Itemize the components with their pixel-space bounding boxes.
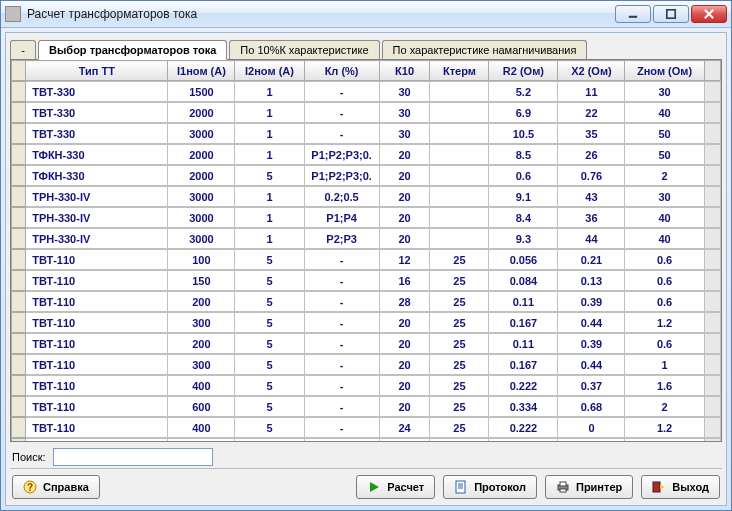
cell-i1[interactable]: 2000 [168, 145, 235, 165]
search-input[interactable] [53, 448, 213, 466]
cell-k10[interactable]: 20 [379, 397, 430, 417]
scroll-gutter[interactable] [704, 187, 720, 207]
cell-i1[interactable]: 400 [168, 418, 235, 438]
cell-kl[interactable]: - [304, 124, 379, 144]
cell-r2[interactable]: 5.2 [489, 82, 558, 102]
cell-r2[interactable]: 0.084 [489, 271, 558, 291]
close-button[interactable] [691, 5, 727, 23]
cell-kl[interactable]: Р1;Р4 [304, 208, 379, 228]
cell-x2[interactable]: 0.68 [558, 397, 625, 417]
cell-i2[interactable]: 5 [235, 439, 304, 442]
help-button[interactable]: ? Справка [12, 475, 100, 499]
cell-type[interactable]: ТВТ-110 [26, 376, 168, 396]
cell-i2[interactable]: 1 [235, 124, 304, 144]
col-i1[interactable]: I1ном (A) [168, 61, 235, 81]
cell-type[interactable]: ТВТ-330 [26, 103, 168, 123]
cell-i2[interactable]: 5 [235, 397, 304, 417]
row-marker[interactable] [12, 313, 26, 333]
cell-k10[interactable]: 28 [379, 292, 430, 312]
col-kl[interactable]: Кл (%) [304, 61, 379, 81]
cell-i1[interactable]: 600 [168, 397, 235, 417]
cell-r2[interactable]: 9.1 [489, 187, 558, 207]
printer-button[interactable]: Принтер [545, 475, 633, 499]
col-k10[interactable]: К10 [379, 61, 430, 81]
scroll-gutter[interactable] [704, 124, 720, 144]
cell-i1[interactable]: 3000 [168, 229, 235, 249]
cell-i1[interactable]: 150 [168, 271, 235, 291]
cell-type[interactable]: ТФКН-330 [26, 166, 168, 186]
cell-z[interactable]: 2 [625, 166, 704, 186]
row-marker[interactable] [12, 439, 26, 442]
cell-x2[interactable]: 0.44 [558, 313, 625, 333]
cell-kl[interactable]: - [304, 313, 379, 333]
cell-r2[interactable]: 0.056 [489, 250, 558, 270]
row-marker[interactable] [12, 124, 26, 144]
cell-type[interactable]: ТРН-330-IV [26, 229, 168, 249]
scroll-gutter[interactable] [704, 166, 720, 186]
cell-k10[interactable]: 20 [379, 313, 430, 333]
cell-x2[interactable]: 11 [558, 82, 625, 102]
table-row[interactable]: ТВТ-1104005-24250.22201.2 [11, 417, 721, 438]
cell-i1[interactable]: 2000 [168, 103, 235, 123]
cell-z[interactable]: 0.6 [625, 292, 704, 312]
cell-kterm[interactable] [430, 229, 489, 249]
cell-kl[interactable]: Р2;Р3 [304, 229, 379, 249]
cell-kl[interactable]: Р1;Р2;Р3;0. [304, 145, 379, 165]
calc-button[interactable]: Расчет [356, 475, 435, 499]
scroll-gutter[interactable] [704, 250, 720, 270]
cell-type[interactable]: ТВТ-110 [26, 250, 168, 270]
cell-i2[interactable]: 5 [235, 250, 304, 270]
cell-x2[interactable]: 43 [558, 187, 625, 207]
row-marker[interactable] [12, 355, 26, 375]
cell-type[interactable]: ТВТ-330 [26, 82, 168, 102]
scroll-gutter[interactable] [704, 82, 720, 102]
cell-type[interactable]: ТВТ-110 [26, 271, 168, 291]
cell-i2[interactable]: 5 [235, 292, 304, 312]
cell-kl[interactable]: - [304, 250, 379, 270]
cell-kterm[interactable]: 25 [430, 376, 489, 396]
row-marker[interactable] [12, 334, 26, 354]
cell-z[interactable]: 50 [625, 124, 704, 144]
scroll-gutter[interactable] [704, 334, 720, 354]
cell-i2[interactable]: 5 [235, 355, 304, 375]
cell-i2[interactable]: 5 [235, 418, 304, 438]
row-marker[interactable] [12, 250, 26, 270]
cell-kl[interactable]: 0.2;0.5 [304, 187, 379, 207]
table-row[interactable]: ТВТ-1104005-20250.2220.371.6 [11, 375, 721, 396]
cell-i1[interactable]: 1500 [168, 82, 235, 102]
cell-x2[interactable]: 0.39 [558, 334, 625, 354]
cell-z[interactable]: 40 [625, 229, 704, 249]
cell-kterm[interactable]: 25 [430, 334, 489, 354]
cell-i1[interactable]: 3000 [168, 208, 235, 228]
scroll-gutter[interactable] [704, 439, 720, 442]
cell-kterm[interactable] [430, 124, 489, 144]
row-marker[interactable] [12, 229, 26, 249]
table-row[interactable]: ТВТ-33020001-306.92240 [11, 102, 721, 123]
row-marker[interactable] [12, 397, 26, 417]
exit-button[interactable]: Выход [641, 475, 720, 499]
cell-z[interactable]: 30 [625, 187, 704, 207]
cell-r2[interactable]: 8.5 [489, 145, 558, 165]
cell-k10[interactable]: 20 [379, 376, 430, 396]
maximize-button[interactable] [653, 5, 689, 23]
cell-kl[interactable]: - [304, 334, 379, 354]
cell-i2[interactable]: 1 [235, 229, 304, 249]
cell-x2[interactable]: 36 [558, 208, 625, 228]
cell-type[interactable]: ТВТ-330 [26, 124, 168, 144]
cell-k10[interactable]: 12 [379, 250, 430, 270]
table-row[interactable]: ТВТ-33030001-3010.53550 [11, 123, 721, 144]
cell-x2[interactable]: 0.39 [558, 292, 625, 312]
cell-type[interactable]: ТВТ-110 [26, 292, 168, 312]
cell-type[interactable]: ТРН-330-IV [26, 187, 168, 207]
cell-kterm[interactable]: 25 [430, 418, 489, 438]
cell-k10[interactable]: 20 [379, 208, 430, 228]
row-marker[interactable] [12, 292, 26, 312]
cell-k10[interactable]: 30 [379, 124, 430, 144]
cell-k10[interactable]: 20 [379, 355, 430, 375]
cell-x2[interactable]: 0.37 [558, 376, 625, 396]
cell-z[interactable]: 0.6 [625, 250, 704, 270]
cell-i2[interactable]: 1 [235, 82, 304, 102]
scroll-gutter[interactable] [704, 271, 720, 291]
cell-r2[interactable]: 0.334 [489, 397, 558, 417]
table-row[interactable]: ТВТ-1103005-20250.1670.441 [11, 354, 721, 375]
